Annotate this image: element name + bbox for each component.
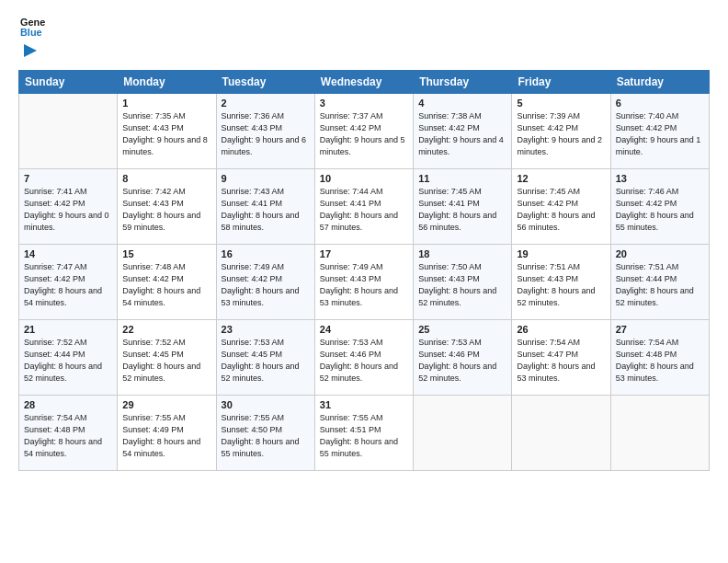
day-cell: 15Sunrise: 7:48 AMSunset: 4:42 PMDayligh… xyxy=(118,245,216,320)
day-info: Sunrise: 7:46 AMSunset: 4:42 PMDaylight:… xyxy=(616,186,704,234)
week-row-4: 21Sunrise: 7:52 AMSunset: 4:44 PMDayligh… xyxy=(19,320,710,396)
day-cell xyxy=(414,396,512,471)
day-number: 10 xyxy=(320,173,408,184)
day-info: Sunrise: 7:43 AMSunset: 4:41 PMDaylight:… xyxy=(222,186,310,234)
day-cell: 8Sunrise: 7:42 AMSunset: 4:43 PMDaylight… xyxy=(118,169,216,245)
week-row-5: 28Sunrise: 7:54 AMSunset: 4:48 PMDayligh… xyxy=(19,396,710,471)
day-number: 29 xyxy=(122,399,210,410)
header: General Blue xyxy=(18,15,710,61)
column-header-saturday: Saturday xyxy=(610,71,709,94)
day-number: 7 xyxy=(24,173,112,184)
day-info: Sunrise: 7:47 AMSunset: 4:42 PMDaylight:… xyxy=(24,261,112,309)
day-number: 19 xyxy=(517,248,605,259)
calendar-body: 1Sunrise: 7:35 AMSunset: 4:43 PMDaylight… xyxy=(19,94,710,471)
day-info: Sunrise: 7:48 AMSunset: 4:42 PMDaylight:… xyxy=(122,261,210,309)
day-cell: 21Sunrise: 7:52 AMSunset: 4:44 PMDayligh… xyxy=(19,320,118,396)
day-number: 12 xyxy=(517,173,605,184)
day-number: 26 xyxy=(517,324,605,335)
day-cell: 18Sunrise: 7:50 AMSunset: 4:43 PMDayligh… xyxy=(414,245,512,320)
day-number: 17 xyxy=(320,248,408,259)
day-info: Sunrise: 7:51 AMSunset: 4:43 PMDaylight:… xyxy=(517,261,605,309)
day-cell: 2Sunrise: 7:36 AMSunset: 4:43 PMDaylight… xyxy=(216,94,314,169)
day-number: 18 xyxy=(418,248,506,259)
day-cell: 30Sunrise: 7:55 AMSunset: 4:50 PMDayligh… xyxy=(216,396,314,471)
svg-marker-2 xyxy=(24,44,37,57)
day-number: 9 xyxy=(222,173,310,184)
day-number: 27 xyxy=(616,324,704,335)
day-cell: 17Sunrise: 7:49 AMSunset: 4:43 PMDayligh… xyxy=(314,245,413,320)
day-cell: 4Sunrise: 7:38 AMSunset: 4:42 PMDaylight… xyxy=(414,94,512,169)
day-cell: 9Sunrise: 7:43 AMSunset: 4:41 PMDaylight… xyxy=(216,169,314,245)
day-number: 11 xyxy=(418,173,506,184)
day-cell: 28Sunrise: 7:54 AMSunset: 4:48 PMDayligh… xyxy=(19,396,118,471)
day-cell: 25Sunrise: 7:53 AMSunset: 4:46 PMDayligh… xyxy=(414,320,512,396)
day-number: 21 xyxy=(24,324,112,335)
day-cell: 29Sunrise: 7:55 AMSunset: 4:49 PMDayligh… xyxy=(118,396,216,471)
day-number: 13 xyxy=(616,173,704,184)
column-header-wednesday: Wednesday xyxy=(314,71,413,94)
day-info: Sunrise: 7:45 AMSunset: 4:42 PMDaylight:… xyxy=(517,186,605,234)
day-info: Sunrise: 7:55 AMSunset: 4:49 PMDaylight:… xyxy=(122,412,210,460)
day-number: 25 xyxy=(418,324,506,335)
day-cell: 27Sunrise: 7:54 AMSunset: 4:48 PMDayligh… xyxy=(610,320,709,396)
day-number: 28 xyxy=(24,399,112,410)
day-info: Sunrise: 7:52 AMSunset: 4:44 PMDaylight:… xyxy=(24,337,112,385)
day-number: 23 xyxy=(222,324,310,335)
day-cell: 24Sunrise: 7:53 AMSunset: 4:46 PMDayligh… xyxy=(314,320,413,396)
day-number: 24 xyxy=(320,324,408,335)
week-row-1: 1Sunrise: 7:35 AMSunset: 4:43 PMDaylight… xyxy=(19,94,710,169)
day-number: 20 xyxy=(616,248,704,259)
day-cell: 11Sunrise: 7:45 AMSunset: 4:41 PMDayligh… xyxy=(414,169,512,245)
day-info: Sunrise: 7:45 AMSunset: 4:41 PMDaylight:… xyxy=(418,186,506,234)
day-info: Sunrise: 7:35 AMSunset: 4:43 PMDaylight:… xyxy=(122,110,210,158)
day-info: Sunrise: 7:37 AMSunset: 4:42 PMDaylight:… xyxy=(320,110,408,158)
day-cell: 13Sunrise: 7:46 AMSunset: 4:42 PMDayligh… xyxy=(610,169,709,245)
day-info: Sunrise: 7:50 AMSunset: 4:43 PMDaylight:… xyxy=(418,261,506,309)
day-info: Sunrise: 7:55 AMSunset: 4:51 PMDaylight:… xyxy=(320,412,408,460)
day-number: 1 xyxy=(122,98,210,109)
day-number: 8 xyxy=(122,173,210,184)
day-cell: 7Sunrise: 7:41 AMSunset: 4:42 PMDaylight… xyxy=(19,169,118,245)
day-number: 16 xyxy=(222,248,310,259)
day-cell: 31Sunrise: 7:55 AMSunset: 4:51 PMDayligh… xyxy=(314,396,413,471)
column-header-sunday: Sunday xyxy=(19,71,118,94)
calendar-page: General Blue Su xyxy=(0,0,728,563)
day-info: Sunrise: 7:40 AMSunset: 4:42 PMDaylight:… xyxy=(616,110,704,158)
day-cell: 3Sunrise: 7:37 AMSunset: 4:42 PMDaylight… xyxy=(314,94,413,169)
day-cell: 6Sunrise: 7:40 AMSunset: 4:42 PMDaylight… xyxy=(610,94,709,169)
day-number: 3 xyxy=(320,98,408,109)
week-row-3: 14Sunrise: 7:47 AMSunset: 4:42 PMDayligh… xyxy=(19,245,710,320)
day-number: 31 xyxy=(320,399,408,410)
day-info: Sunrise: 7:41 AMSunset: 4:42 PMDaylight:… xyxy=(24,186,112,234)
day-cell: 12Sunrise: 7:45 AMSunset: 4:42 PMDayligh… xyxy=(512,169,610,245)
day-info: Sunrise: 7:38 AMSunset: 4:42 PMDaylight:… xyxy=(418,110,506,158)
day-cell: 19Sunrise: 7:51 AMSunset: 4:43 PMDayligh… xyxy=(512,245,610,320)
logo-arrow-icon xyxy=(20,40,40,61)
day-info: Sunrise: 7:54 AMSunset: 4:48 PMDaylight:… xyxy=(616,337,704,385)
day-info: Sunrise: 7:42 AMSunset: 4:43 PMDaylight:… xyxy=(122,186,210,234)
day-cell xyxy=(19,94,118,169)
day-number: 15 xyxy=(122,248,210,259)
day-info: Sunrise: 7:54 AMSunset: 4:47 PMDaylight:… xyxy=(517,337,605,385)
column-header-friday: Friday xyxy=(512,71,610,94)
day-info: Sunrise: 7:53 AMSunset: 4:46 PMDaylight:… xyxy=(418,337,506,385)
day-number: 6 xyxy=(616,98,704,109)
day-cell: 20Sunrise: 7:51 AMSunset: 4:44 PMDayligh… xyxy=(610,245,709,320)
day-info: Sunrise: 7:36 AMSunset: 4:43 PMDaylight:… xyxy=(222,110,310,158)
day-cell xyxy=(610,396,709,471)
day-cell: 23Sunrise: 7:53 AMSunset: 4:45 PMDayligh… xyxy=(216,320,314,396)
svg-text:Blue: Blue xyxy=(20,27,42,38)
day-number: 30 xyxy=(222,399,310,410)
day-info: Sunrise: 7:55 AMSunset: 4:50 PMDaylight:… xyxy=(222,412,310,460)
day-cell: 16Sunrise: 7:49 AMSunset: 4:42 PMDayligh… xyxy=(216,245,314,320)
day-info: Sunrise: 7:51 AMSunset: 4:44 PMDaylight:… xyxy=(616,261,704,309)
day-cell xyxy=(512,396,610,471)
day-cell: 10Sunrise: 7:44 AMSunset: 4:41 PMDayligh… xyxy=(314,169,413,245)
day-cell: 14Sunrise: 7:47 AMSunset: 4:42 PMDayligh… xyxy=(19,245,118,320)
day-number: 4 xyxy=(418,98,506,109)
day-number: 14 xyxy=(24,248,112,259)
day-info: Sunrise: 7:53 AMSunset: 4:45 PMDaylight:… xyxy=(222,337,310,385)
day-info: Sunrise: 7:49 AMSunset: 4:42 PMDaylight:… xyxy=(222,261,310,309)
day-cell: 5Sunrise: 7:39 AMSunset: 4:42 PMDaylight… xyxy=(512,94,610,169)
day-info: Sunrise: 7:44 AMSunset: 4:41 PMDaylight:… xyxy=(320,186,408,234)
